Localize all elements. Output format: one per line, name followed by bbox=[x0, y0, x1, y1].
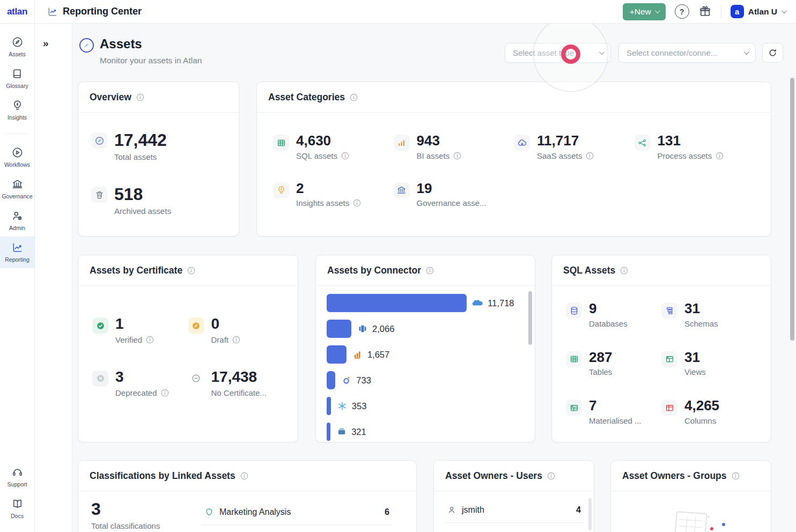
stat-value: 31 bbox=[684, 350, 706, 365]
sidebar-item-insights[interactable]: Insights bbox=[0, 94, 34, 126]
deprecated-badge-icon bbox=[92, 371, 108, 387]
sidebar-item-label: Insights bbox=[8, 114, 27, 121]
owner-user-row[interactable]: jsmith 4 bbox=[444, 498, 584, 523]
stat-value: 4,265 bbox=[684, 398, 719, 413]
card-title: Asset Owners - Users bbox=[445, 470, 542, 482]
card-title: Asset Owners - Groups bbox=[622, 470, 727, 482]
connector-bar-row[interactable]: 2,066 bbox=[327, 320, 524, 338]
info-icon[interactable] bbox=[240, 472, 248, 480]
stat-label: BI assets bbox=[417, 151, 450, 160]
refresh-button[interactable] bbox=[762, 43, 783, 63]
card-title: Asset Categories bbox=[268, 92, 345, 103]
sidebar-item-reporting[interactable]: Reporting bbox=[0, 237, 34, 268]
info-icon[interactable] bbox=[341, 152, 349, 160]
info-icon[interactable] bbox=[146, 336, 154, 344]
expand-panel-button[interactable]: » bbox=[43, 38, 48, 49]
stat-value: 3 bbox=[115, 369, 169, 386]
connector-select[interactable]: Select connector/conne... bbox=[618, 43, 756, 63]
classifications-total: 3 Total classifications bbox=[91, 500, 185, 530]
connector-bar[interactable] bbox=[327, 294, 467, 312]
connector-bar[interactable] bbox=[327, 345, 347, 364]
sidebar-item-governance[interactable]: Governance bbox=[0, 173, 34, 205]
stat-label: Insights assets bbox=[296, 198, 349, 208]
connector-bar-value: 733 bbox=[356, 375, 371, 386]
list-scrollbar[interactable] bbox=[588, 498, 592, 530]
chart-scrollbar[interactable] bbox=[528, 291, 532, 345]
info-icon[interactable] bbox=[426, 267, 434, 275]
materialised-view-icon bbox=[566, 400, 582, 416]
connector-bar[interactable] bbox=[327, 397, 331, 415]
info-icon[interactable] bbox=[350, 93, 358, 101]
card-title: Assets by Certificate bbox=[90, 265, 182, 276]
stat-value: 9 bbox=[589, 301, 628, 316]
page-subtitle: Monitor your assets in Atlan bbox=[100, 56, 202, 65]
stat-columns: 4,265 Columns bbox=[661, 398, 757, 425]
connector-bar[interactable] bbox=[327, 371, 335, 389]
stat-label: Columns bbox=[684, 416, 716, 425]
stat-value: 131 bbox=[658, 133, 724, 149]
connector-bar-row[interactable]: 321 bbox=[327, 423, 524, 441]
info-icon[interactable] bbox=[353, 199, 361, 207]
connector-bar-value: 353 bbox=[352, 401, 367, 411]
stat-databases: 9 Databases bbox=[566, 301, 661, 328]
info-icon[interactable] bbox=[620, 267, 628, 275]
stat-deprecated: 3 Deprecated bbox=[92, 369, 188, 397]
assets-by-connector-card: Assets by Connector 11,7182,0661,6577333… bbox=[315, 255, 535, 442]
play-circle-icon bbox=[11, 146, 24, 159]
connector-bar-row[interactable]: 733 bbox=[327, 371, 524, 389]
open-book-icon bbox=[11, 498, 24, 510]
info-icon[interactable] bbox=[716, 152, 724, 160]
gift-icon[interactable] bbox=[698, 5, 712, 18]
avatar: a bbox=[731, 5, 744, 18]
bar-chart-icon bbox=[394, 135, 410, 151]
headset-icon bbox=[11, 466, 24, 478]
column-icon bbox=[661, 400, 677, 416]
connector-bar[interactable] bbox=[327, 423, 330, 441]
connector-bar-row[interactable]: 353 bbox=[327, 397, 524, 415]
new-button[interactable]: +New bbox=[623, 3, 666, 20]
table-icon bbox=[273, 135, 289, 151]
asset-type-select[interactable]: Select asset type bbox=[505, 43, 611, 63]
connector-bar-row[interactable]: 1,657 bbox=[327, 345, 524, 364]
chevron-down-icon bbox=[599, 49, 605, 55]
sidebar-item-admin[interactable]: Admin bbox=[0, 205, 34, 237]
stat-label: Total assets bbox=[114, 152, 157, 161]
info-icon[interactable] bbox=[187, 267, 195, 275]
user-icon bbox=[447, 505, 456, 515]
sidebar-item-support[interactable]: Support bbox=[0, 461, 34, 493]
page-scrollbar[interactable] bbox=[790, 78, 794, 341]
sidebar-item-docs[interactable]: Docs bbox=[0, 493, 34, 524]
user-menu[interactable]: a Atlan U bbox=[731, 5, 785, 18]
sidebar-item-assets[interactable]: Assets bbox=[0, 31, 34, 63]
info-icon[interactable] bbox=[161, 389, 169, 397]
stat-label: Views bbox=[684, 367, 706, 376]
stat-insights-assets: 2 Insights assets bbox=[273, 181, 394, 208]
info-icon[interactable] bbox=[232, 336, 240, 344]
connector-bar[interactable] bbox=[327, 320, 351, 338]
verified-badge-icon bbox=[92, 317, 108, 334]
draft-badge-icon bbox=[188, 317, 204, 334]
sidebar-item-glossary[interactable]: Glossary bbox=[0, 63, 34, 94]
sidebar-item-workflows[interactable]: Workflows bbox=[0, 142, 34, 173]
info-icon[interactable] bbox=[547, 472, 555, 480]
card-title: Overview bbox=[90, 92, 131, 103]
atlan-logo[interactable]: atlan bbox=[7, 6, 27, 17]
stat-governance-assets: 19 Governance asse... bbox=[394, 181, 514, 208]
stat-value: 0 bbox=[211, 316, 241, 332]
assets-by-certificate-card: Assets by Certificate 1 Verified 0 Dr bbox=[78, 255, 298, 442]
app-title: Reporting Center bbox=[63, 6, 142, 17]
info-icon[interactable] bbox=[586, 152, 594, 160]
asset-type-placeholder: Select asset type bbox=[513, 48, 594, 57]
info-icon[interactable] bbox=[453, 152, 461, 160]
info-icon[interactable] bbox=[732, 472, 740, 480]
connector-bar-row[interactable]: 11,718 bbox=[327, 294, 524, 312]
stat-value: 17,442 bbox=[114, 131, 167, 150]
info-icon[interactable] bbox=[136, 93, 144, 101]
stat-label: Verified bbox=[115, 335, 142, 344]
compass-icon bbox=[11, 36, 24, 48]
logo-cell: atlan bbox=[0, 0, 35, 24]
classification-row[interactable]: Marketing Analysis 6 bbox=[201, 500, 393, 525]
help-icon[interactable]: ? bbox=[675, 4, 689, 19]
snowflake-connector-icon bbox=[336, 400, 348, 412]
owner-user-name: jsmith bbox=[462, 505, 571, 515]
